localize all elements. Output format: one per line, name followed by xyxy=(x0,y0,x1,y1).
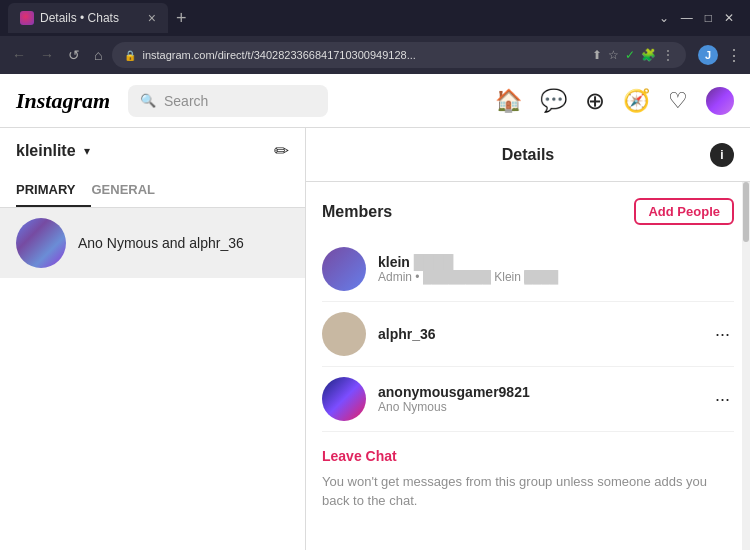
member-more-anon[interactable]: ··· xyxy=(711,385,734,414)
extension-area: J ⋮ xyxy=(692,45,742,65)
profile-button[interactable]: J xyxy=(698,45,718,65)
leave-chat-section: Leave Chat You won't get messages from t… xyxy=(322,448,734,510)
refresh-button[interactable]: ↺ xyxy=(64,43,84,67)
checkmark-icon: ✓ xyxy=(625,48,635,62)
scrollbar-thumb[interactable] xyxy=(743,182,749,242)
lock-icon: 🔒 xyxy=(124,50,136,61)
home-button[interactable]: ⌂ xyxy=(90,43,106,67)
browser-chrome: Details • Chats × + ⌄ — □ ✕ ← → ↺ ⌂ 🔒 in… xyxy=(0,0,750,74)
member-item-alphr: alphr_36 ··· xyxy=(322,302,734,367)
tab-close-button[interactable]: × xyxy=(148,10,156,26)
member-name-alphr: alphr_36 xyxy=(378,326,699,342)
sidebar-tabs: PRIMARY GENERAL xyxy=(0,174,305,208)
puzzle-icon[interactable]: 🧩 xyxy=(641,48,656,62)
explore-icon[interactable]: 🧭 xyxy=(623,88,650,114)
chat-avatar xyxy=(16,218,66,268)
restore-button[interactable]: ⌄ xyxy=(659,11,669,25)
url-actions: ⬆ ☆ ✓ 🧩 ⋮ xyxy=(592,48,674,62)
member-avatar-klein xyxy=(322,247,366,291)
leave-chat-desc: You won't get messages from this group u… xyxy=(322,474,707,508)
tab-general[interactable]: GENERAL xyxy=(91,174,171,207)
url-bar[interactable]: 🔒 instagram.com/direct/t/340282336684171… xyxy=(112,42,686,68)
members-title: Members xyxy=(322,203,392,221)
window-controls: ⌄ — □ ✕ xyxy=(659,11,742,25)
chat-list-item[interactable]: Ano Nymous and alphr_36 xyxy=(0,208,305,278)
member-avatar-anon xyxy=(322,377,366,421)
instagram-app: Instagram 🔍 Search 🏠 💬 ⊕ 🧭 ♡ kleinlite ▾… xyxy=(0,74,750,550)
leave-chat-link[interactable]: Leave Chat xyxy=(322,448,734,464)
maximize-button[interactable]: □ xyxy=(705,11,712,25)
details-title: Details xyxy=(502,146,554,164)
members-header: Members Add People xyxy=(322,198,734,225)
scrollbar[interactable] xyxy=(742,182,750,550)
browser-menu-button[interactable]: ⋮ xyxy=(726,46,742,65)
member-info-klein: klein ████ Admin • ████████ Klein ████ xyxy=(378,254,734,284)
url-text: instagram.com/direct/t/34028233668417103… xyxy=(142,49,586,61)
tab-bar: Details • Chats × + ⌄ — □ ✕ xyxy=(0,0,750,36)
forward-button[interactable]: → xyxy=(36,43,58,67)
search-icon: 🔍 xyxy=(140,93,156,108)
home-icon[interactable]: 🏠 xyxy=(495,88,522,114)
details-content: Members Add People klein ████ Admin • ██… xyxy=(306,182,750,550)
details-panel: Details i Members Add People klein ████ xyxy=(306,128,750,550)
messenger-icon[interactable]: 💬 xyxy=(540,88,567,114)
ig-sidebar: kleinlite ▾ ✏ PRIMARY GENERAL Ano Nymous… xyxy=(0,128,306,550)
members-section: Members Add People klein ████ Admin • ██… xyxy=(322,198,734,432)
create-icon[interactable]: ⊕ xyxy=(585,87,605,115)
address-bar: ← → ↺ ⌂ 🔒 instagram.com/direct/t/3402823… xyxy=(0,36,750,74)
member-more-alphr[interactable]: ··· xyxy=(711,320,734,349)
tab-favicon xyxy=(20,11,34,25)
tab-primary[interactable]: PRIMARY xyxy=(16,174,91,207)
sidebar-chevron-icon[interactable]: ▾ xyxy=(84,144,90,158)
new-tab-button[interactable]: + xyxy=(176,8,187,29)
search-bar[interactable]: 🔍 Search xyxy=(128,85,328,117)
member-info-anon: anonymousgamer9821 Ano Nymous xyxy=(378,384,699,414)
chat-name: Ano Nymous and alphr_36 xyxy=(78,235,244,251)
chat-avatar-image xyxy=(16,218,66,268)
member-item-klein: klein ████ Admin • ████████ Klein ████ xyxy=(322,237,734,302)
back-button[interactable]: ← xyxy=(8,43,30,67)
member-sub-klein: Admin • ████████ Klein ████ xyxy=(378,270,734,284)
info-button[interactable]: i xyxy=(710,143,734,167)
instagram-header: Instagram 🔍 Search 🏠 💬 ⊕ 🧭 ♡ xyxy=(0,74,750,128)
details-header: Details i xyxy=(306,128,750,182)
member-name-anon: anonymousgamer9821 xyxy=(378,384,699,400)
sidebar-username: kleinlite xyxy=(16,142,76,160)
close-window-button[interactable]: ✕ xyxy=(724,11,734,25)
nav-icons: 🏠 💬 ⊕ 🧭 ♡ xyxy=(495,87,734,115)
member-avatar-alphr xyxy=(322,312,366,356)
search-placeholder-text: Search xyxy=(164,93,208,109)
heart-icon[interactable]: ♡ xyxy=(668,88,688,114)
sidebar-edit-button[interactable]: ✏ xyxy=(274,140,289,162)
tab-title: Details • Chats xyxy=(40,11,119,25)
user-avatar-nav[interactable] xyxy=(706,87,734,115)
member-sub-anon: Ano Nymous xyxy=(378,400,699,414)
sidebar-header: kleinlite ▾ ✏ xyxy=(0,128,305,174)
member-info-alphr: alphr_36 xyxy=(378,326,699,342)
member-name-klein: klein ████ xyxy=(378,254,734,270)
main-content: kleinlite ▾ ✏ PRIMARY GENERAL Ano Nymous… xyxy=(0,128,750,550)
minimize-button[interactable]: — xyxy=(681,11,693,25)
chat-list: Ano Nymous and alphr_36 xyxy=(0,208,305,550)
instagram-logo: Instagram xyxy=(16,88,116,114)
share-icon[interactable]: ⬆ xyxy=(592,48,602,62)
star-icon[interactable]: ☆ xyxy=(608,48,619,62)
member-item-anon: anonymousgamer9821 Ano Nymous ··· xyxy=(322,367,734,432)
menu-icon[interactable]: ⋮ xyxy=(662,48,674,62)
active-tab[interactable]: Details • Chats × xyxy=(8,3,168,33)
add-people-button[interactable]: Add People xyxy=(634,198,734,225)
